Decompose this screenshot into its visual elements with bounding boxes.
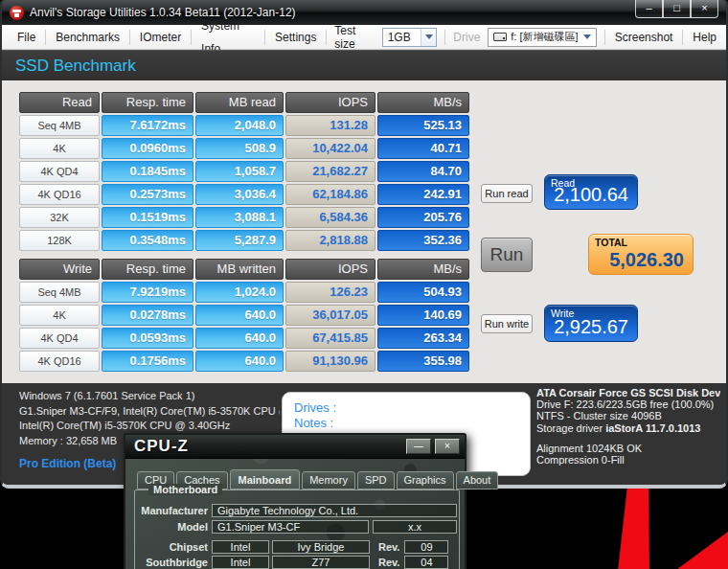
southbridge-rev-field: 04 bbox=[404, 556, 448, 569]
board-cpu-info: G1.Sniper M3-CF/F9, Intel(R) Core(TM) i5… bbox=[19, 404, 280, 420]
cpuz-tab-spd[interactable]: SPD bbox=[357, 471, 395, 489]
resp-time-cell: 0.1519ms bbox=[102, 207, 193, 228]
disk-info: ATA Corsair Force GS SCSI Disk Device Dr… bbox=[536, 387, 720, 466]
mb-written-cell: 640.0 bbox=[195, 305, 284, 326]
cpu-info: Intel(R) Core(TM) i5-3570K CPU @ 3.40GHz bbox=[19, 419, 280, 434]
read-header-mbs: MB/s bbox=[377, 92, 469, 113]
disk-title: ATA Corsair Force GS SCSI Disk Device bbox=[536, 387, 720, 398]
cpuz-title: CPU-Z bbox=[134, 437, 189, 456]
desktop: Anvil's Storage Utilities 1.0.34 Beta11 … bbox=[0, 0, 728, 569]
menu-file[interactable]: File bbox=[8, 26, 45, 49]
cpuz-window: CPU-Z — × CPU Caches Mainboard Memory SP… bbox=[124, 433, 466, 569]
resp-time-cell: 0.3548ms bbox=[102, 230, 193, 251]
write-header-iops: IOPS bbox=[285, 259, 375, 280]
menu-benchmarks[interactable]: Benchmarks bbox=[46, 26, 129, 49]
mb-read-cell: 1,058.7 bbox=[195, 161, 284, 182]
chevron-down-icon bbox=[425, 34, 433, 39]
row-label: 4K QD4 bbox=[19, 328, 100, 349]
table-row: 4K QD16 0.2573ms 3,036.4 62,184.86 242.9… bbox=[19, 184, 469, 205]
read-header-row: Read Resp. time MB read IOPS MB/s bbox=[19, 92, 469, 113]
write-header-row: Write Resp. time MB written IOPS MB/s bbox=[19, 259, 469, 280]
total-score-label: TOTAL bbox=[595, 237, 627, 248]
iops-cell: 91,130.96 bbox=[285, 351, 375, 372]
resp-time-cell: 0.1845ms bbox=[102, 161, 193, 182]
wallpaper-red-stripe bbox=[614, 487, 654, 569]
mbs-cell: 355.98 bbox=[377, 351, 469, 372]
iops-cell: 131.28 bbox=[285, 115, 375, 136]
resp-time-cell: 0.0960ms bbox=[102, 138, 193, 159]
title-bar[interactable]: Anvil's Storage Utilities 1.0.34 Beta11 … bbox=[2, 0, 726, 25]
disk-alignment: Alignment 1024KB OK bbox=[536, 443, 720, 454]
row-label: 4K bbox=[19, 138, 100, 159]
read-header-resp: Resp. time bbox=[102, 92, 193, 113]
page-header: SSD Benchmark bbox=[2, 50, 726, 80]
run-button[interactable]: Run bbox=[481, 238, 533, 272]
mbs-cell: 525.13 bbox=[377, 115, 469, 136]
cpuz-tab-graphics[interactable]: Graphics bbox=[397, 471, 454, 489]
motherboard-group-label: Motherboard bbox=[148, 484, 222, 495]
resp-time-cell: 0.0278ms bbox=[102, 305, 193, 326]
mb-written-cell: 1,024.0 bbox=[195, 282, 284, 303]
run-write-button[interactable]: Run write bbox=[481, 314, 533, 333]
manufacturer-field: Gigabyte Technology Co., Ltd. bbox=[212, 504, 457, 517]
drive-select[interactable]: f: [新增磁碟區] bbox=[488, 28, 597, 47]
table-row: 4K QD4 0.0593ms 640.0 67,415.85 263.34 bbox=[19, 328, 469, 349]
minimize-button[interactable]: – bbox=[635, 0, 663, 18]
maximize-button[interactable]: □ bbox=[663, 0, 691, 18]
cpuz-window-controls: — × bbox=[406, 439, 460, 454]
read-score-value: 2,100.64 bbox=[554, 184, 628, 206]
cpuz-title-bar[interactable]: CPU-Z — × bbox=[125, 435, 465, 459]
disk-compression: Compression 0-Fill bbox=[536, 454, 720, 466]
row-label: Seq 4MB bbox=[19, 282, 100, 303]
cpuz-close-button[interactable]: × bbox=[435, 439, 460, 454]
write-score-value: 2,925.67 bbox=[554, 316, 628, 338]
row-label: Seq 4MB bbox=[19, 115, 100, 136]
chipset-rev-field: 09 bbox=[404, 540, 448, 554]
southbridge-label: Southbridge bbox=[139, 557, 208, 568]
row-label: 128K bbox=[19, 230, 100, 251]
cpuz-tab-memory[interactable]: Memory bbox=[302, 471, 355, 489]
run-read-button[interactable]: Run read bbox=[481, 184, 533, 203]
manufacturer-row: Manufacturer Gigabyte Technology Co., Lt… bbox=[139, 503, 457, 517]
notes-label: Notes : bbox=[294, 416, 530, 431]
mbs-cell: 84.70 bbox=[377, 161, 469, 182]
mb-read-cell: 5,287.9 bbox=[195, 230, 284, 251]
southbridge-row: Southbridge Intel Z77 Rev. 04 bbox=[139, 555, 448, 569]
cpuz-tab-mainboard[interactable]: Mainboard bbox=[230, 469, 301, 489]
row-label: 4K QD4 bbox=[19, 161, 100, 182]
os-info: Windows 7 (6.1.7601 Service Pack 1) bbox=[19, 389, 280, 404]
test-size-select[interactable]: 1GB bbox=[382, 28, 438, 47]
table-row: 32K 0.1519ms 3,088.1 6,584.36 205.76 bbox=[19, 207, 469, 228]
iops-cell: 21,682.27 bbox=[285, 161, 375, 182]
iops-cell: 67,415.85 bbox=[285, 328, 375, 349]
mb-read-cell: 2,048.0 bbox=[195, 115, 284, 136]
chipset-vendor-field: Intel bbox=[212, 540, 269, 554]
model-field: G1.Sniper M3-CF bbox=[212, 520, 369, 534]
chipset-rev-label: Rev. bbox=[378, 541, 399, 553]
model-rev-field: x.x bbox=[373, 520, 457, 534]
table-row: 4K 0.0960ms 508.9 10,422.04 40.71 bbox=[19, 138, 469, 159]
table-row: 4K QD16 0.1756ms 640.0 91,130.96 355.98 bbox=[19, 351, 469, 372]
table-row: Seq 4MB 7.9219ms 1,024.0 126.23 504.93 bbox=[19, 282, 469, 303]
menu-settings[interactable]: Settings bbox=[265, 26, 326, 49]
menu-help[interactable]: Help bbox=[683, 26, 726, 49]
menu-screenshot[interactable]: Screenshot bbox=[605, 26, 683, 49]
chevron-down-icon bbox=[583, 34, 591, 39]
benchmark-content: Read Resp. time MB read IOPS MB/s Seq 4M… bbox=[2, 80, 726, 383]
iops-cell: 36,017.05 bbox=[285, 305, 375, 326]
close-button[interactable]: × bbox=[691, 0, 718, 18]
manufacturer-label: Manufacturer bbox=[139, 505, 208, 516]
resp-time-cell: 7.6172ms bbox=[102, 115, 193, 136]
cpuz-minimize-button[interactable]: — bbox=[406, 439, 431, 454]
mbs-cell: 352.36 bbox=[377, 230, 469, 251]
disk-filesystem: NTFS - Cluster size 4096B bbox=[536, 410, 720, 421]
table-row: 128K 0.3548ms 5,287.9 2,818.88 352.36 bbox=[19, 230, 469, 251]
menu-iometer[interactable]: IOmeter bbox=[130, 26, 191, 49]
mbs-cell: 242.91 bbox=[377, 184, 469, 205]
test-size-dropdown-button[interactable] bbox=[421, 29, 436, 46]
model-label: Model bbox=[139, 521, 208, 533]
cpuz-tab-about[interactable]: About bbox=[456, 471, 499, 489]
write-header-mbs: MB/s bbox=[377, 259, 469, 280]
table-row: Seq 4MB 7.6172ms 2,048.0 131.28 525.13 bbox=[19, 115, 469, 136]
read-header-mb: MB read bbox=[195, 92, 284, 113]
